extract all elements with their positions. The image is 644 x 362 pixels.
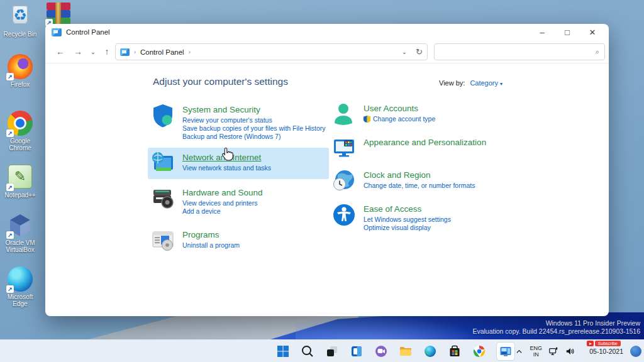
search-box[interactable]: ⌕ <box>434 43 605 60</box>
search-icon: ⌕ <box>596 48 599 56</box>
desktop-icon-notepadpp[interactable]: ✎ ↗ Notepad++ <box>1 165 39 199</box>
widgets-icon[interactable] <box>349 344 364 359</box>
category-title[interactable]: System and Security <box>182 105 260 114</box>
category-system-and-security: System and Security Review your computer… <box>148 100 329 144</box>
clock-region-icon[interactable] <box>331 168 357 194</box>
control-panel-taskbar-icon[interactable] <box>496 342 515 361</box>
category-link[interactable]: Save backup copies of your files with Fi… <box>182 124 326 133</box>
user-accounts-icon[interactable] <box>331 102 357 127</box>
task-view-icon[interactable] <box>325 344 340 359</box>
watermark-line1: Windows 11 Pro Insider Preview <box>472 319 640 327</box>
view-by-control: View by:Category ▾ <box>439 79 502 87</box>
category-link[interactable]: Uninstall a program <box>182 241 240 250</box>
window-title: Control Panel <box>66 28 110 36</box>
start-button[interactable] <box>275 344 291 359</box>
category-title[interactable]: User Accounts <box>364 104 418 113</box>
category-ease-of-access: Ease of Access Let Windows suggest setti… <box>329 199 518 235</box>
category-hardware-and-sound: Hardware and Sound View devices and prin… <box>148 183 329 219</box>
language-indicator[interactable]: ENGIN <box>530 345 542 358</box>
system-tray: ENGIN Subscribe 05-10-2021 <box>514 340 641 362</box>
category-clock-and-region: Clock and Region Change date, time, or n… <box>329 165 518 197</box>
clock-date-area[interactable]: Subscribe 05-10-2021 <box>582 348 623 355</box>
programs-icon[interactable] <box>150 228 175 253</box>
maximize-button[interactable]: □ <box>555 24 580 40</box>
control-panel-content: Adjust your computer's settings View by:… <box>45 63 609 315</box>
desktop-icon-google-chrome[interactable]: ↗ Google Chrome <box>1 111 39 151</box>
tray-date: 05-10-2021 <box>582 348 623 355</box>
up-button[interactable]: ↑ <box>99 43 114 60</box>
shortcut-arrow-icon: ↗ <box>6 184 14 191</box>
category-title[interactable]: Hardware and Sound <box>182 188 263 197</box>
category-link[interactable]: Change date, time, or number formats <box>364 182 475 190</box>
forward-button[interactable]: → <box>70 43 86 60</box>
desktop-icon-label: Recycle Bin <box>1 31 39 38</box>
appearance-personalization-icon[interactable] <box>331 136 357 161</box>
category-link[interactable]: Optimize visual display <box>364 224 451 232</box>
volume-icon[interactable] <box>565 344 576 359</box>
categories-right-column: User Accounts Change account type <box>329 99 518 235</box>
ease-of-access-icon[interactable] <box>331 202 357 228</box>
address-bar[interactable]: › Control Panel › ⌄ ↻ <box>115 43 428 60</box>
category-user-accounts: User Accounts Change account type <box>329 99 518 130</box>
category-link[interactable]: View devices and printers <box>182 199 263 207</box>
view-by-dropdown[interactable]: Category ▾ <box>470 79 502 87</box>
title-bar[interactable]: Control Panel – □ ✕ <box>45 24 609 40</box>
category-title[interactable]: Clock and Region <box>364 170 431 180</box>
category-title[interactable]: Appearance and Personalization <box>364 138 486 147</box>
desktop-icon-winrar[interactable]: ↗ <box>47 3 70 25</box>
category-link[interactable]: Change account type <box>364 115 435 123</box>
shortcut-arrow-icon: ↗ <box>6 231 14 239</box>
desktop-icon-firefox[interactable]: ↗ Firefox <box>1 54 39 88</box>
chrome-taskbar-icon[interactable] <box>472 344 487 359</box>
navigation-bar: ← → ⌄ ↑ › Control Panel › ⌄ ↻ ⌕ <box>45 40 609 63</box>
category-network-and-internet[interactable]: Network and Internet View network status… <box>148 148 329 179</box>
shortcut-arrow-icon: ↗ <box>6 73 14 80</box>
chat-icon[interactable] <box>374 344 389 359</box>
watermark-line2: Evaluation copy. Build 22454.rs_prerelea… <box>472 327 640 336</box>
network-icon[interactable] <box>548 344 559 359</box>
desktop-icon-microsoft-edge[interactable]: ↗ Microsoft Edge <box>1 266 39 307</box>
hardware-sound-icon[interactable] <box>150 186 175 211</box>
category-link[interactable]: Let Windows suggest settings <box>364 216 451 224</box>
category-link[interactable]: Backup and Restore (Windows 7) <box>182 133 326 141</box>
file-explorer-icon[interactable] <box>398 344 413 359</box>
taskbar: ENGIN Subscribe 05-10-2021 <box>0 339 644 362</box>
back-button[interactable]: ← <box>53 43 68 60</box>
search-input[interactable] <box>440 48 596 56</box>
tray-overflow-chevron-icon[interactable] <box>514 344 524 359</box>
category-appearance-personalization: Appearance and Personalization <box>329 133 518 164</box>
subscribe-badge: Subscribe <box>595 341 621 346</box>
category-link[interactable]: View network status and tasks <box>182 164 271 172</box>
edge-taskbar-icon[interactable] <box>423 344 438 359</box>
category-link[interactable]: Add a device <box>182 207 263 216</box>
breadcrumb-control-panel[interactable]: Control Panel <box>140 48 184 56</box>
shortcut-arrow-icon: ↗ <box>6 129 14 137</box>
channel-avatar-overlay <box>630 346 641 357</box>
network-internet-icon[interactable] <box>150 151 175 176</box>
insider-watermark: Windows 11 Pro Insider Preview Evaluatio… <box>472 319 640 336</box>
desktop-icon-label: Firefox <box>1 81 39 88</box>
uac-shield-icon <box>364 116 370 123</box>
category-title[interactable]: Programs <box>182 230 219 239</box>
recent-locations-button[interactable]: ⌄ <box>86 43 101 60</box>
youtube-icon <box>587 341 594 346</box>
refresh-icon[interactable]: ↻ <box>416 47 423 57</box>
desktop-icon-virtualbox[interactable]: ↗ Oracle VM VirtualBox <box>1 212 39 253</box>
address-dropdown-icon[interactable]: ⌄ <box>402 48 407 55</box>
breadcrumb-separator[interactable]: › <box>189 49 191 55</box>
breadcrumb-separator: › <box>134 49 136 55</box>
category-title[interactable]: Ease of Access <box>364 204 421 214</box>
search-taskbar-icon[interactable] <box>300 344 315 359</box>
desktop-icon-label: Oracle VM VirtualBox <box>1 239 39 253</box>
desktop-icon-recycle-bin[interactable]: ♻ Recycle Bin <box>1 4 39 38</box>
control-panel-window: Control Panel – □ ✕ ← → ⌄ ↑ › Control Pa… <box>45 24 609 316</box>
category-programs: Programs Uninstall a program <box>148 225 329 256</box>
system-security-icon[interactable] <box>150 103 175 128</box>
minimize-button[interactable]: – <box>530 24 555 40</box>
close-button[interactable]: ✕ <box>580 24 605 40</box>
subscribe-overlay: Subscribe <box>587 341 621 346</box>
recycle-bin-icon: ♻ <box>13 6 28 24</box>
category-link[interactable]: Review your computer's status <box>182 116 326 124</box>
microsoft-store-icon[interactable] <box>447 344 462 359</box>
desktop-icon-label: Google Chrome <box>1 138 39 151</box>
